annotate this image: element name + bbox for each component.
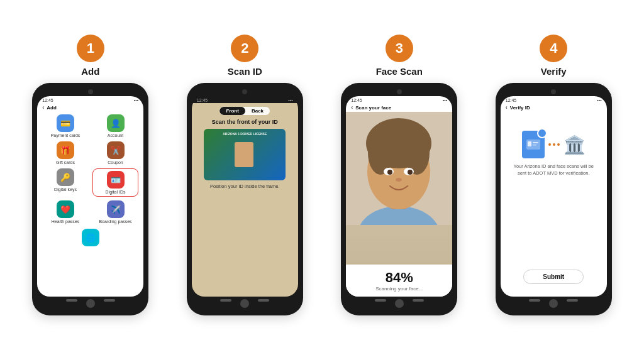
grid-item-health[interactable]: ❤️ Health passes: [42, 200, 89, 224]
back-arrow-1[interactable]: ‹: [42, 104, 44, 111]
screen-facescan: 12:45 ▪▪▪ ‹ Scan your face: [346, 96, 452, 297]
screen-add: 12:45 ▪▪▪ ‹ Add 💳 Payment cards 👤 Accoun…: [37, 96, 143, 297]
face-svg: [346, 112, 452, 225]
digitalids-icon: 🪪: [107, 171, 125, 189]
boarding-label: Boarding passes: [99, 219, 131, 224]
id-card: ARIZONA 1 DRIVER LICENSE: [204, 129, 286, 180]
phone-4: 12:45 ▪▪▪ ‹ Verify ID: [496, 83, 612, 315]
bar-btn-4c: [567, 299, 578, 302]
signal-icons-2: ▪▪▪: [288, 98, 292, 102]
extra-icon: 🌐: [82, 229, 99, 246]
grid-item-extra[interactable]: 🌐: [42, 229, 138, 246]
svg-point-11: [396, 178, 402, 182]
grid-item-digitalkeys[interactable]: 🔑 Digital keys: [42, 168, 89, 197]
signal-icons-1: ▪▪▪: [134, 98, 138, 102]
toggle-back[interactable]: Back: [245, 107, 270, 115]
status-bar-3: 12:45 ▪▪▪: [346, 96, 452, 103]
step-4: 4 Verify 12:45 ▪▪▪ ‹ Verify ID: [482, 35, 626, 315]
bar-btn-3c: [413, 299, 424, 302]
step-2-label: Scan ID: [228, 66, 262, 77]
verify-icons: 🏛️: [522, 131, 586, 158]
time-3: 12:45: [351, 98, 362, 102]
dot-3: [557, 143, 560, 146]
digitalkeys-label: Digital keys: [54, 187, 77, 192]
bar-btn-3a: [375, 299, 386, 302]
phone-1: 12:45 ▪▪▪ ‹ Add 💳 Payment cards 👤 Accoun…: [32, 83, 148, 315]
svg-point-10: [408, 170, 413, 175]
signal-icons-3: ▪▪▪: [443, 98, 447, 102]
face-area: [346, 112, 452, 265]
notch-3: [397, 89, 402, 94]
phone-2: 12:45 ▪▪▪ Front Back Scan the front of y…: [187, 83, 303, 315]
digitalids-label: Digital IDs: [106, 190, 126, 194]
toggle-group: Front Back: [219, 107, 270, 115]
back-arrow-4[interactable]: ‹: [506, 104, 508, 111]
grid-item-giftcards[interactable]: 🎁 Gift cards: [42, 141, 89, 165]
grid-item-payment[interactable]: 💳 Payment cards: [42, 114, 89, 138]
grid-item-digitalids[interactable]: 🪪 Digital IDs: [92, 168, 139, 197]
step-4-label: Verify: [541, 66, 567, 77]
health-label: Health passes: [52, 219, 79, 224]
submit-button[interactable]: Submit: [523, 270, 584, 284]
face-header-title: Scan your face: [355, 105, 391, 111]
back-arrow-3[interactable]: ‹: [351, 104, 353, 111]
building-icon: 🏛️: [564, 134, 586, 155]
svg-point-9: [387, 170, 392, 175]
phone-3: 12:45 ▪▪▪ ‹ Scan your face: [341, 83, 457, 315]
verify-id-icon: [522, 131, 545, 158]
dot-2: [553, 143, 555, 146]
phone-bar-3: [346, 297, 452, 309]
time-4: 12:45: [506, 98, 517, 102]
grid-item-account[interactable]: 👤 Account: [92, 114, 139, 138]
bar-btn-2b: [240, 299, 249, 308]
bar-btn-2c: [258, 299, 269, 302]
bar-btn-4b: [549, 299, 558, 308]
coupon-label: Coupon: [108, 160, 123, 165]
health-icon: ❤️: [57, 200, 74, 218]
signal-icons-4: ▪▪▪: [597, 98, 601, 102]
bar-btn-2a: [220, 299, 231, 302]
dots-line: [548, 143, 560, 146]
screen-verify: 12:45 ▪▪▪ ‹ Verify ID: [501, 96, 607, 297]
main-container: 1 Add 12:45 ▪▪▪ ‹ Add 💳 Payment cards: [0, 22, 644, 328]
scan-inner: Front Back Scan the front of your ID ARI…: [192, 103, 298, 297]
id-photo: [235, 142, 253, 167]
toggle-front[interactable]: Front: [219, 107, 245, 115]
notch-4: [551, 89, 556, 94]
bar-btn-1b: [86, 299, 95, 308]
step-2: 2 Scan ID 12:45 ▪▪▪ Front Back Scan the …: [174, 35, 317, 315]
grid-item-boarding[interactable]: ✈️ Boarding passes: [92, 200, 139, 224]
scan-title: Scan the front of your ID: [212, 119, 278, 125]
svg-rect-15: [533, 145, 536, 146]
id-header-text: ARIZONA 1 DRIVER LICENSE: [223, 132, 267, 136]
verify-header-title: Verify ID: [510, 105, 530, 111]
step-3-label: Face Scan: [376, 66, 423, 77]
step-1: 1 Add 12:45 ▪▪▪ ‹ Add 💳 Payment cards: [19, 35, 162, 315]
status-bar-2: 12:45 ▪▪▪: [192, 96, 298, 103]
scanning-label: Scanning your face...: [351, 286, 447, 292]
time-2: 12:45: [197, 98, 208, 102]
progress-num: 84: [386, 270, 401, 285]
face-progress-area: 84% Scanning your face...: [346, 265, 452, 297]
verify-header-bar: ‹ Verify ID: [501, 103, 607, 112]
step-4-number: 4: [540, 35, 567, 62]
progress-unit: %: [401, 270, 413, 285]
add-grid: 💳 Payment cards 👤 Account 🎁 Gift cards ✂…: [37, 112, 143, 226]
notch-2: [242, 89, 247, 94]
verify-text: Your Arizona ID and face scans will be s…: [507, 163, 601, 177]
svg-rect-14: [533, 142, 538, 143]
bar-btn-3b: [395, 299, 404, 308]
step-3: 3 Face Scan 12:45 ▪▪▪ ‹ Scan your face: [328, 35, 471, 315]
boarding-icon: ✈️: [107, 200, 125, 218]
add-header: ‹ Add: [37, 103, 143, 112]
giftcards-icon: 🎁: [57, 141, 74, 159]
add-title: Add: [47, 105, 57, 111]
account-label: Account: [108, 133, 123, 138]
id-card-inner: ARIZONA 1 DRIVER LICENSE: [204, 129, 286, 180]
screen-scanid: 12:45 ▪▪▪ Front Back Scan the front of y…: [192, 96, 298, 297]
bar-btn-1c: [104, 299, 115, 302]
phone-bar-1: [37, 297, 143, 309]
grid-item-coupon[interactable]: ✂️ Coupon: [92, 141, 139, 165]
phone-bar-2: [192, 297, 298, 309]
digitalkeys-icon: 🔑: [57, 168, 74, 186]
